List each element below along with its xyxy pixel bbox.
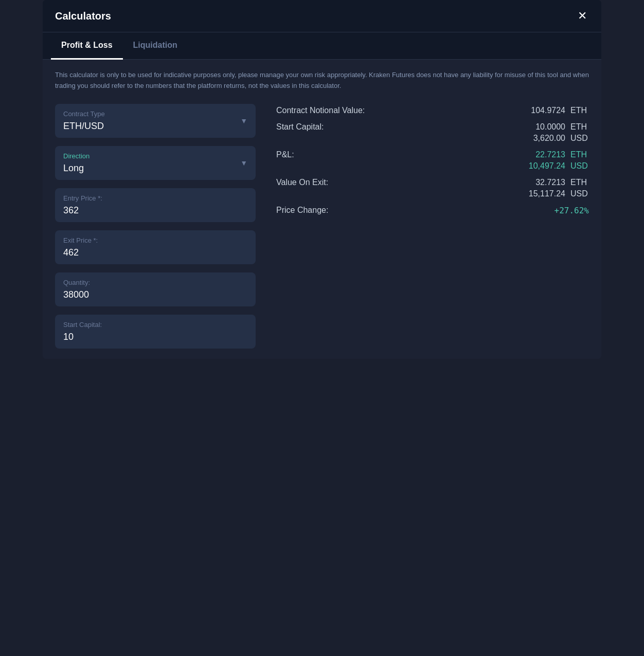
start-capital-field[interactable]: Start Capital: 10: [55, 315, 256, 349]
price-change-row: Price Change: +27.62%: [276, 206, 589, 215]
price-change-label: Price Change:: [276, 206, 328, 215]
value-on-exit-usd-number: 15,117.24: [509, 189, 565, 198]
quantity-label: Quantity:: [63, 279, 247, 286]
pnl-usd-unit: USD: [570, 161, 589, 171]
pnl-eth-number: 22.7213: [509, 150, 565, 159]
contract-type-field[interactable]: Contract Type ETH/USD ▼: [55, 104, 256, 138]
value-on-exit-eth-unit: ETH: [570, 178, 589, 187]
quantity-value: 38000: [63, 289, 247, 300]
value-on-exit-row: Value On Exit: 32.7213 ETH 15,117.24 USD: [276, 178, 589, 198]
close-button[interactable]: ✕: [576, 8, 589, 24]
start-capital-result-label: Start Capital:: [276, 122, 324, 132]
start-capital-result-row: Start Capital: 10.0000 ETH 3,620.00 USD: [276, 122, 589, 143]
tab-profit-loss[interactable]: Profit & Loss: [51, 32, 123, 60]
disclaimer-text: This calculator is only to be used for i…: [55, 70, 589, 92]
start-capital-eth-number: 10.0000: [509, 122, 565, 132]
pnl-eth-unit: ETH: [570, 150, 589, 159]
value-on-exit-eth-number: 32.7213: [509, 178, 565, 187]
entry-price-value: 362: [63, 205, 247, 216]
pnl-label: P&L:: [276, 150, 294, 159]
exit-price-value: 462: [63, 247, 247, 258]
direction-value: Long: [63, 163, 247, 174]
quantity-field[interactable]: Quantity: 38000: [55, 272, 256, 306]
entry-price-field[interactable]: Entry Price *: 362: [55, 188, 256, 222]
inputs-panel: Contract Type ETH/USD ▼ Direction Long ▼…: [55, 104, 256, 349]
tab-bar: Profit & Loss Liquidation: [43, 32, 601, 60]
start-capital-usd-number: 3,620.00: [509, 134, 565, 143]
start-capital-label: Start Capital:: [63, 321, 247, 329]
direction-field[interactable]: Direction Long ▼: [55, 146, 256, 180]
pnl-result-row: P&L: 22.7213 ETH 10,497.24 USD: [276, 150, 589, 171]
contract-notional-label: Contract Notional Value:: [276, 106, 365, 115]
exit-price-label: Exit Price *:: [63, 236, 247, 244]
start-capital-eth-unit: ETH: [570, 122, 589, 132]
start-capital-value: 10: [63, 332, 247, 342]
direction-label: Direction: [63, 152, 247, 160]
contract-type-value: ETH/USD: [63, 121, 247, 132]
start-capital-usd-unit: USD: [570, 134, 589, 143]
pnl-usd-number: 10,497.24: [509, 161, 565, 171]
contract-type-arrow-icon: ▼: [240, 117, 247, 125]
results-panel: Contract Notional Value: 104.9724 ETH St…: [276, 104, 589, 349]
contract-type-label: Contract Type: [63, 110, 247, 118]
window-title: Calculators: [55, 10, 111, 22]
value-on-exit-usd-unit: USD: [570, 189, 589, 198]
contract-notional-row: Contract Notional Value: 104.9724 ETH: [276, 106, 589, 115]
tab-liquidation[interactable]: Liquidation: [123, 32, 188, 60]
exit-price-field[interactable]: Exit Price *: 462: [55, 230, 256, 264]
contract-notional-number: 104.9724: [509, 106, 565, 115]
value-on-exit-label: Value On Exit:: [276, 178, 328, 187]
contract-notional-unit: ETH: [570, 106, 589, 115]
direction-arrow-icon: ▼: [240, 159, 247, 167]
entry-price-label: Entry Price *:: [63, 194, 247, 202]
price-change-value: +27.62%: [554, 206, 589, 215]
